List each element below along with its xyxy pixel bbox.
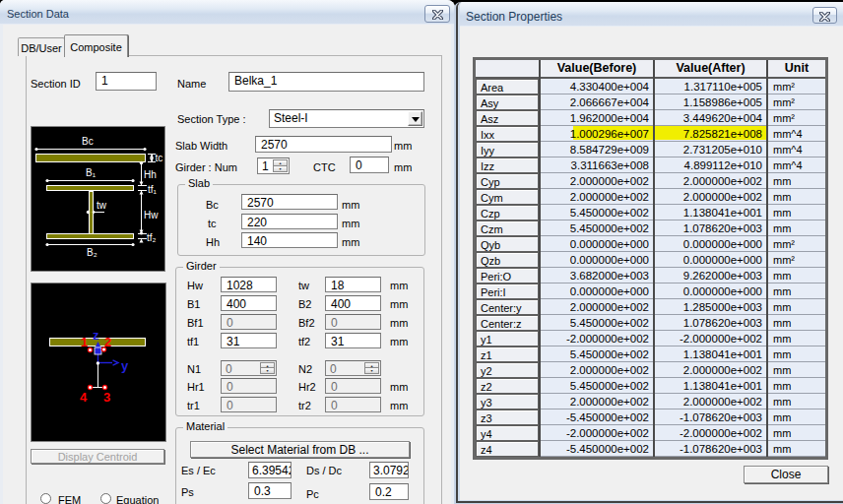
- svg-text:2: 2: [104, 335, 111, 349]
- svg-text:Hw: Hw: [144, 210, 159, 220]
- svg-text:tw: tw: [97, 200, 107, 211]
- svg-text:tc: tc: [156, 153, 163, 163]
- svg-text:Bc: Bc: [82, 136, 94, 147]
- svg-text:tf₂: tf₂: [147, 232, 157, 243]
- svg-text:y: y: [121, 358, 129, 373]
- svg-text:tf₁: tf₁: [148, 184, 158, 195]
- svg-text:z: z: [93, 328, 99, 343]
- svg-text:4: 4: [80, 390, 88, 405]
- svg-text:1: 1: [81, 335, 88, 349]
- svg-text:B₂: B₂: [87, 247, 97, 258]
- svg-text:B₁: B₁: [86, 167, 97, 178]
- svg-text:Hh: Hh: [144, 169, 157, 180]
- svg-text:3: 3: [103, 390, 110, 405]
